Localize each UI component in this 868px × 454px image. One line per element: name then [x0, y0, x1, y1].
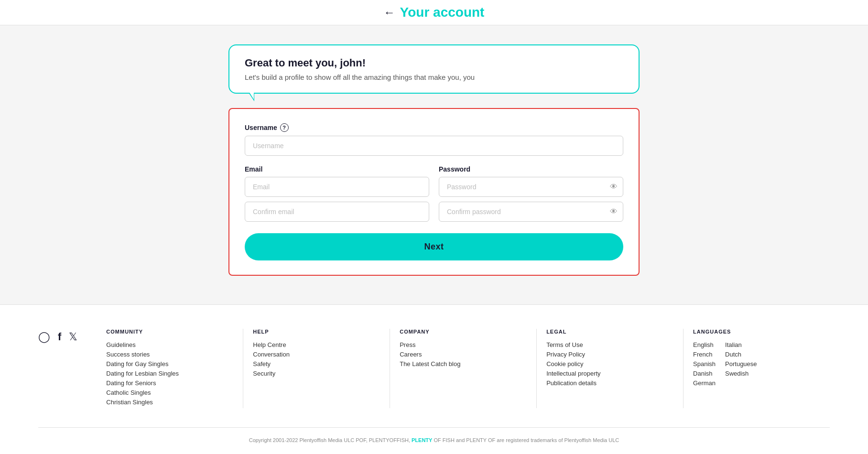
username-help-icon[interactable]: ?	[280, 123, 289, 132]
footer-link-publication[interactable]: Publication details	[546, 379, 673, 387]
footer-lang-spanish[interactable]: Spanish	[693, 360, 716, 368]
footer-lang-portuguese[interactable]: Portuguese	[725, 360, 757, 368]
footer-lang-danish[interactable]: Danish	[693, 370, 716, 377]
company-heading: COMPANY	[400, 329, 527, 335]
social-icons-group: ◯ f 𝕏	[38, 329, 77, 343]
footer-main-row: ◯ f 𝕏 COMMUNITY Guidelines Success stori…	[38, 329, 830, 408]
confirm-password-input[interactable]	[439, 202, 623, 222]
footer-link-press[interactable]: Press	[400, 341, 527, 348]
username-field-group: Username ?	[245, 123, 623, 156]
footer-link-intellectual[interactable]: Intellectual property	[546, 370, 673, 377]
header-title-container: ← Your account	[384, 5, 485, 20]
legal-heading: LEGAL	[546, 329, 673, 335]
back-arrow-icon[interactable]: ←	[384, 6, 395, 19]
plenty-highlight: PLENTY	[412, 437, 432, 443]
footer-link-gay[interactable]: Dating for Gay Singles	[106, 360, 233, 368]
confirm-email-input-wrapper	[245, 202, 429, 222]
footer-company-col: COMPANY Press Careers The Latest Catch b…	[390, 329, 537, 408]
email-input-wrapper	[245, 177, 429, 197]
greeting-heading: Great to meet you, john!	[245, 57, 623, 69]
footer-copyright: Copyright 2001-2022 Plentyoffish Media U…	[38, 427, 830, 443]
copyright-text: Copyright 2001-2022 Plentyoffish Media U…	[249, 437, 619, 443]
password-input[interactable]	[439, 177, 623, 197]
footer-columns: COMMUNITY Guidelines Success stories Dat…	[106, 329, 830, 408]
footer-link-success[interactable]: Success stories	[106, 351, 233, 358]
footer-lang-swedish[interactable]: Swedish	[725, 370, 757, 377]
instagram-icon[interactable]: ◯	[38, 331, 50, 343]
footer-link-guidelines[interactable]: Guidelines	[106, 341, 233, 348]
footer-link-catholic[interactable]: Catholic Singles	[106, 389, 233, 396]
email-field-group: Email	[245, 165, 429, 222]
greeting-bubble: Great to meet you, john! Let's build a p…	[228, 44, 640, 94]
languages-grid: English French Spanish Danish German Ita…	[693, 341, 820, 389]
footer-link-privacy[interactable]: Privacy Policy	[546, 351, 673, 358]
next-button[interactable]: Next	[245, 233, 623, 260]
facebook-icon[interactable]: f	[58, 331, 61, 343]
languages-heading: LANGUAGES	[693, 329, 820, 335]
footer-languages-col: LANGUAGES English French Spanish Danish …	[684, 329, 830, 408]
confirm-password-input-wrapper: 👁︎	[439, 202, 623, 222]
username-input[interactable]	[245, 136, 623, 156]
footer-community-col: COMMUNITY Guidelines Success stories Dat…	[106, 329, 243, 408]
account-form: Username ? Email Password	[228, 108, 640, 276]
email-label: Email	[245, 165, 429, 173]
footer-legal-col: LEGAL Terms of Use Privacy Policy Cookie…	[537, 329, 684, 408]
footer-lang-english[interactable]: English	[693, 341, 716, 348]
confirm-email-input[interactable]	[245, 202, 429, 222]
password-label: Password	[439, 165, 623, 173]
footer-lang-italian[interactable]: Italian	[725, 341, 757, 348]
username-label: Username ?	[245, 123, 623, 132]
community-heading: COMMUNITY	[106, 329, 233, 335]
greeting-subtitle: Let's build a profile to show off all th…	[245, 73, 623, 81]
languages-col1: English French Spanish Danish German	[693, 341, 716, 389]
footer-lang-french[interactable]: French	[693, 351, 716, 358]
page-title: Your account	[400, 5, 485, 20]
footer-link-safety[interactable]: Safety	[253, 360, 380, 368]
languages-col2: Italian Dutch Portuguese Swedish	[725, 341, 757, 389]
footer-link-helpcentre[interactable]: Help Centre	[253, 341, 380, 348]
email-password-row: Email Password 👁︎ 👁︎	[245, 165, 623, 222]
footer-link-security[interactable]: Security	[253, 370, 380, 377]
main-content: Great to meet you, john! Let's build a p…	[219, 25, 649, 304]
footer-help-col: HELP Help Centre Conversation Safety Sec…	[243, 329, 390, 408]
footer-link-conversation[interactable]: Conversation	[253, 351, 380, 358]
email-input[interactable]	[245, 177, 429, 197]
password-input-wrapper: 👁︎	[439, 177, 623, 197]
footer-link-lesbian[interactable]: Dating for Lesbian Singles	[106, 370, 233, 377]
confirm-password-toggle-icon[interactable]: 👁︎	[610, 207, 618, 216]
password-toggle-icon[interactable]: 👁︎	[610, 183, 618, 191]
footer-link-christian[interactable]: Christian Singles	[106, 399, 233, 406]
twitter-icon[interactable]: 𝕏	[69, 331, 77, 343]
footer-link-terms[interactable]: Terms of Use	[546, 341, 673, 348]
header: ← Your account	[0, 0, 868, 25]
footer-link-careers[interactable]: Careers	[400, 351, 527, 358]
footer-link-seniors[interactable]: Dating for Seniors	[106, 379, 233, 387]
footer: ◯ f 𝕏 COMMUNITY Guidelines Success stori…	[0, 304, 868, 454]
footer-link-cookie[interactable]: Cookie policy	[546, 360, 673, 368]
footer-lang-german[interactable]: German	[693, 379, 716, 387]
footer-lang-dutch[interactable]: Dutch	[725, 351, 757, 358]
footer-link-blog[interactable]: The Latest Catch blog	[400, 360, 527, 368]
help-heading: HELP	[253, 329, 380, 335]
password-field-group: Password 👁︎ 👁︎	[439, 165, 623, 222]
